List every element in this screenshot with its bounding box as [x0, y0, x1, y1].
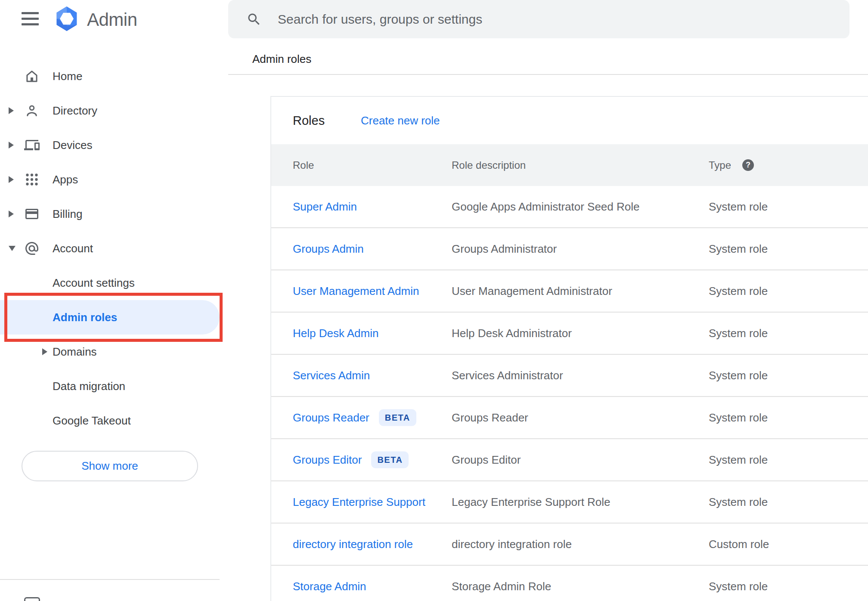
hamburger-menu-icon[interactable] — [22, 12, 39, 25]
at-sign-icon — [24, 241, 40, 256]
role-description: User Management Administrator — [452, 285, 612, 298]
table-row: Groups Admin Groups Administrator System… — [271, 228, 868, 270]
expand-arrow-icon[interactable] — [9, 107, 14, 114]
table-row: Storage Admin Storage Admin Role System … — [271, 566, 868, 601]
breadcrumb: Admin roles — [252, 53, 311, 66]
column-header-type: Type ? — [709, 159, 754, 171]
sidebar-item-apps[interactable]: Apps — [0, 162, 228, 197]
role-link[interactable]: Storage Admin — [293, 580, 366, 593]
credit-card-icon — [24, 206, 40, 222]
column-header-role: Role — [293, 159, 314, 171]
sidebar-item-devices[interactable]: Devices — [0, 128, 228, 162]
role-link[interactable]: Groups Editor — [293, 453, 362, 467]
role-description: Legacy Enterprise Support Role — [452, 496, 611, 509]
sidebar-item-label: Account settings — [53, 276, 135, 290]
role-description: Storage Admin Role — [452, 580, 551, 593]
table-row: Services Admin Services Administrator Sy… — [271, 355, 868, 397]
person-icon — [24, 103, 40, 118]
sidebar-item-directory[interactable]: Directory — [0, 93, 228, 128]
table-row: Groups Reader BETA Groups Reader System … — [271, 397, 868, 439]
role-type: System role — [709, 411, 768, 424]
create-new-role-link[interactable]: Create new role — [361, 114, 440, 127]
role-description: Groups Editor — [452, 453, 521, 467]
table-row: Super Admin Google Apps Administrator Se… — [271, 186, 868, 228]
role-description: Google Apps Administrator Seed Role — [452, 200, 639, 214]
collapse-arrow-icon[interactable] — [9, 246, 16, 251]
sidebar-item-home[interactable]: Home — [0, 59, 228, 93]
table-row: Legacy Enterprise Support Legacy Enterpr… — [271, 481, 868, 524]
role-type: System role — [709, 327, 768, 340]
role-description: Groups Administrator — [452, 242, 557, 256]
sidebar-item-account[interactable]: Account — [0, 231, 228, 266]
role-link[interactable]: Groups Reader — [293, 411, 369, 424]
sidebar-item-billing[interactable]: Billing — [0, 197, 228, 231]
app-title: Admin — [87, 9, 137, 30]
roles-titlebar: Roles Create new role — [271, 97, 868, 144]
header-divider — [228, 74, 868, 75]
cutoff-rules-icon — [24, 597, 40, 601]
apps-grid-icon — [24, 172, 40, 187]
sidebar-item-label: Directory — [53, 104, 97, 118]
expand-arrow-icon[interactable] — [9, 176, 14, 183]
roles-card: Roles Create new role Role Role descript… — [270, 96, 868, 601]
role-link[interactable]: Services Admin — [293, 369, 370, 382]
role-link[interactable]: User Management Admin — [293, 285, 419, 298]
sidebar-divider — [0, 579, 220, 580]
sidebar-item-admin-roles[interactable]: Admin roles — [0, 300, 228, 335]
role-description: directory integration role — [452, 538, 572, 551]
table-row: Groups Editor BETA Groups Editor System … — [271, 439, 868, 481]
role-link[interactable]: Legacy Enterprise Support — [293, 496, 425, 509]
role-type: System role — [709, 580, 768, 593]
role-link[interactable]: Super Admin — [293, 200, 357, 214]
devices-icon — [24, 137, 40, 153]
sidebar-item-label: Billing — [53, 208, 82, 221]
sidebar-header: Admin — [0, 0, 228, 39]
beta-badge: BETA — [379, 409, 416, 426]
expand-arrow-icon[interactable] — [42, 348, 47, 355]
column-header-type-label: Type — [709, 159, 731, 171]
search-input[interactable] — [228, 0, 849, 38]
table-row: User Management Admin User Management Ad… — [271, 270, 868, 313]
table-row: directory integration role directory int… — [271, 524, 868, 566]
expand-arrow-icon[interactable] — [9, 211, 14, 217]
sidebar-item-label: Devices — [53, 139, 92, 152]
role-description: Services Administrator — [452, 369, 563, 382]
sidebar-nav: Home Directory Devices — [0, 59, 228, 438]
sidebar-item-label: Admin roles — [53, 311, 117, 324]
sidebar-item-label: Data migration — [53, 380, 125, 393]
sidebar-item-label: Home — [53, 70, 82, 83]
role-description: Groups Reader — [452, 411, 528, 424]
role-type: System role — [709, 453, 768, 467]
sidebar: Admin Home Directory — [0, 0, 228, 601]
show-more-button[interactable]: Show more — [22, 451, 198, 481]
role-link[interactable]: directory integration role — [293, 538, 413, 551]
role-type: System role — [709, 285, 768, 298]
role-description: Help Desk Administrator — [452, 327, 572, 340]
sidebar-item-label: Domains — [53, 345, 97, 359]
home-icon — [24, 68, 40, 84]
google-admin-console: Admin Home Directory — [0, 0, 868, 601]
role-type: System role — [709, 242, 768, 256]
sidebar-item-label: Google Takeout — [53, 414, 131, 428]
help-icon[interactable]: ? — [742, 159, 754, 171]
sidebar-item-data-migration[interactable]: Data migration — [0, 369, 228, 403]
column-header-role-description: Role description — [452, 159, 526, 171]
roles-title: Roles — [293, 114, 325, 128]
sidebar-item-google-takeout[interactable]: Google Takeout — [0, 403, 228, 438]
table-header-row: Role Role description Type ? — [271, 144, 868, 186]
table-row: Help Desk Admin Help Desk Administrator … — [271, 313, 868, 355]
expand-arrow-icon[interactable] — [9, 142, 14, 149]
admin-logo-hexagon-icon — [55, 6, 78, 33]
search-bar[interactable] — [228, 0, 849, 38]
sidebar-item-label: Account — [53, 242, 93, 255]
role-link[interactable]: Help Desk Admin — [293, 327, 378, 340]
beta-badge: BETA — [371, 452, 409, 468]
role-type: System role — [709, 369, 768, 382]
role-link[interactable]: Groups Admin — [293, 242, 364, 256]
role-type: System role — [709, 200, 768, 214]
sidebar-item-account-settings[interactable]: Account settings — [0, 266, 228, 300]
admin-logo: Admin — [55, 6, 137, 33]
role-type: System role — [709, 496, 768, 509]
sidebar-item-domains[interactable]: Domains — [0, 335, 228, 369]
role-type: Custom role — [709, 538, 769, 551]
